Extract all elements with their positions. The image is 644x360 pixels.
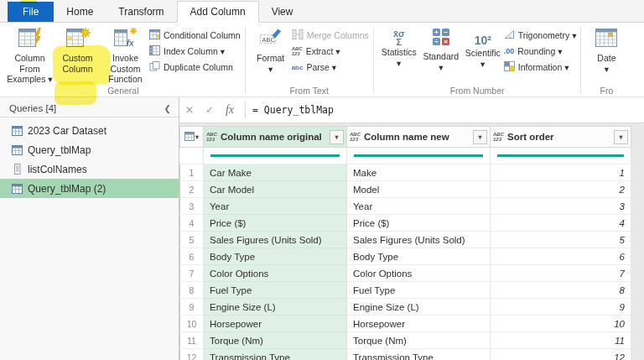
query-item[interactable]: Query_tblMap (2)	[0, 179, 179, 198]
filter-dropdown-button[interactable]: ▾	[473, 130, 487, 144]
row-number[interactable]: 9	[180, 299, 204, 316]
cancel-formula-icon[interactable]: ✕	[179, 104, 200, 116]
cell-new[interactable]: Engine Size (L)	[347, 299, 491, 316]
index-column-button[interactable]: Index Column ▾	[149, 44, 241, 58]
table-row: 3 Year Year 3	[180, 198, 631, 215]
information-button[interactable]: Information ▾	[504, 60, 577, 74]
extract-button[interactable]: ABC123 Extract ▾	[292, 44, 369, 58]
column-header-new[interactable]: ABC123 Column name new ▾	[347, 127, 491, 148]
row-number[interactable]: 4	[180, 215, 204, 232]
button-label: Invoke Custom Function	[101, 53, 149, 85]
cell-sort[interactable]: 8	[491, 282, 631, 299]
column-header-original[interactable]: ABC123 Column name original ▾	[204, 127, 347, 148]
merge-columns-button[interactable]: Merge Columns	[292, 29, 369, 42]
tab-file[interactable]: File	[8, 2, 54, 22]
cell-original[interactable]: Car Model	[204, 181, 347, 198]
cell-original[interactable]: Fuel Type	[204, 282, 347, 299]
parse-button[interactable]: abc Parse ▾	[292, 60, 369, 74]
cell-original[interactable]: Color Options	[204, 265, 347, 282]
statistics-button[interactable]: x̄σΣ Statistics ▾	[378, 25, 420, 68]
tab-add-column[interactable]: Add Column	[177, 1, 259, 23]
cell-new[interactable]: Torque (Nm)	[347, 332, 491, 349]
cell-new[interactable]: Fuel Type	[347, 282, 491, 299]
cell-sort[interactable]: 1	[491, 164, 631, 181]
formula-input[interactable]: = Query_tblMap	[252, 104, 644, 116]
date-button[interactable]: Date ▾	[585, 25, 627, 74]
column-from-examples-button[interactable]: Column From Examples ▾	[6, 25, 54, 85]
cell-sort[interactable]: 6	[491, 248, 631, 265]
cell-sort[interactable]: 3	[491, 198, 631, 215]
cell-sort[interactable]: 7	[491, 265, 631, 282]
rounding-button[interactable]: .00 Rounding ▾	[504, 44, 577, 58]
select-all-corner[interactable]: ▾	[180, 127, 204, 148]
row-number[interactable]: 10	[180, 316, 204, 332]
cell-new[interactable]: Make	[347, 164, 491, 181]
row-number[interactable]: 3	[180, 198, 204, 215]
cell-sort[interactable]: 2	[491, 181, 631, 198]
query-item[interactable]: Query_tblMap	[0, 140, 179, 159]
row-number[interactable]: 11	[180, 332, 204, 349]
list-icon	[11, 164, 23, 175]
format-button[interactable]: ABC Format ▾	[250, 25, 292, 74]
cell-sort[interactable]: 4	[491, 215, 631, 232]
formula-bar-divider	[245, 102, 246, 118]
cell-original[interactable]: Price ($)	[204, 215, 347, 232]
row-number[interactable]: 5	[180, 232, 204, 248]
cell-original[interactable]: Body Type	[204, 248, 347, 265]
index-column-icon	[149, 45, 160, 57]
query-item[interactable]: 2023 Car Dataset	[0, 121, 179, 140]
from-number-small-buttons: Trigonometry ▾ .00 Rounding ▾ Informatio…	[504, 25, 577, 74]
duplicate-column-button[interactable]: Duplicate Column	[149, 60, 241, 74]
cell-new[interactable]: Color Options	[347, 265, 491, 282]
button-label: Format ▾	[257, 53, 284, 74]
button-label: Information ▾	[518, 62, 569, 72]
cell-sort[interactable]: 12	[491, 349, 631, 360]
cell-original[interactable]: Year	[204, 198, 347, 215]
power-query-editor-window: File Home Transform Add Column View Colu…	[0, 0, 644, 360]
ten-squared-icon: 10²	[475, 27, 491, 47]
cell-original[interactable]: Car Make	[204, 164, 347, 181]
cell-new[interactable]: Year	[347, 198, 491, 215]
query-item[interactable]: listColNames	[0, 159, 179, 179]
cell-sort[interactable]: 11	[491, 332, 631, 349]
table-icon	[11, 184, 23, 194]
standard-button[interactable]: +− ÷× Standard ▾	[420, 25, 462, 72]
column-header-sort[interactable]: ABC123 Sort order ▾	[491, 127, 631, 148]
format-abc-pencil-icon: ABC	[258, 27, 283, 52]
row-number[interactable]: 7	[180, 265, 204, 282]
fx-icon[interactable]: fx	[220, 103, 240, 117]
cell-new[interactable]: Transmission Type	[347, 349, 491, 360]
row-number[interactable]: 2	[180, 181, 204, 198]
conditional-column-button[interactable]: Conditional Column	[149, 29, 241, 42]
cell-original[interactable]: Engine Size (L)	[204, 299, 347, 316]
tab-transform[interactable]: Transform	[106, 2, 176, 22]
ribbon-group-general: Column From Examples ▾ Custom Column	[2, 24, 245, 97]
row-number[interactable]: 1	[180, 164, 204, 181]
cell-new[interactable]: Price ($)	[347, 215, 491, 232]
cell-new[interactable]: Sales Figures (Units Sold)	[347, 232, 491, 248]
trigonometry-button[interactable]: Trigonometry ▾	[504, 29, 577, 42]
tab-home[interactable]: Home	[54, 2, 106, 22]
cell-original[interactable]: Sales Figures (Units Sold)	[204, 232, 347, 248]
cell-new[interactable]: Model	[347, 181, 491, 198]
custom-column-button[interactable]: Custom Column	[54, 25, 101, 74]
cell-original[interactable]: Torque (Nm)	[204, 332, 347, 349]
cell-sort[interactable]: 5	[491, 232, 631, 248]
collapse-pane-icon[interactable]: ❮	[164, 104, 171, 113]
cell-new[interactable]: Horsepower	[347, 316, 491, 332]
commit-formula-icon[interactable]: ✓	[200, 104, 220, 116]
tab-view[interactable]: View	[259, 2, 306, 22]
cell-sort[interactable]: 10	[491, 316, 631, 332]
filter-dropdown-button[interactable]: ▾	[614, 130, 628, 144]
cell-original[interactable]: Transmission Type	[204, 349, 347, 360]
cell-sort[interactable]: 9	[491, 299, 631, 316]
queries-count-label: Queries [4]	[9, 103, 56, 113]
scientific-button[interactable]: 10² Scientific ▾	[462, 25, 504, 69]
filter-dropdown-button[interactable]: ▾	[330, 130, 344, 144]
cell-new[interactable]: Body Type	[347, 248, 491, 265]
cell-original[interactable]: Horsepower	[204, 316, 347, 332]
invoke-custom-function-button[interactable]: fx Invoke Custom Function	[101, 25, 149, 85]
row-number[interactable]: 6	[180, 248, 204, 265]
row-number[interactable]: 12	[180, 349, 204, 360]
row-number[interactable]: 8	[180, 282, 204, 299]
